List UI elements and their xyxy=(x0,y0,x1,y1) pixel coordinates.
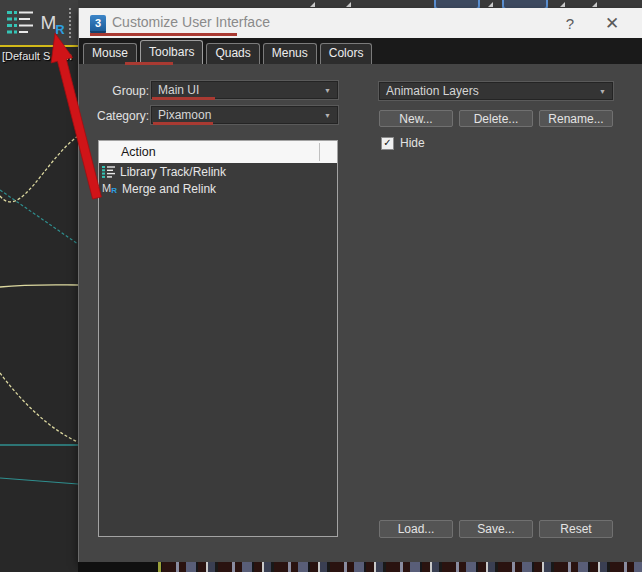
chevron-down-icon: ▼ xyxy=(324,112,331,119)
new-button[interactable]: New... xyxy=(379,110,453,127)
hide-checkbox-label: Hide xyxy=(400,136,425,150)
flyout-triangle-icon xyxy=(592,2,597,7)
annotation-underline-main-ui xyxy=(152,97,215,100)
screen: MR [Default Sdin 3 Customize User Inter xyxy=(0,0,642,572)
delete-button[interactable]: Delete... xyxy=(459,110,533,127)
tab-quads[interactable]: Quads xyxy=(206,43,259,64)
toolbar-select-dropdown[interactable]: Animation Layers ▼ xyxy=(379,82,613,100)
save-button[interactable]: Save... xyxy=(459,520,533,538)
annotation-underline-pixamoon xyxy=(153,122,213,125)
toolbar-separator xyxy=(69,8,71,38)
flyout-triangle-icon xyxy=(560,2,565,7)
load-button[interactable]: Load... xyxy=(379,520,453,538)
flyout-triangle-icon xyxy=(346,2,351,7)
mr-icon: MR xyxy=(40,13,65,33)
trackbar-blocks xyxy=(162,562,642,572)
chevron-down-icon: ▼ xyxy=(324,87,331,94)
category-label: Category: xyxy=(79,109,149,123)
toolbar-button-sliver xyxy=(502,0,548,8)
customize-ui-dialog: 3 Customize User Interface ? ✕ Mouse Too… xyxy=(78,8,642,562)
mr-icon-m: M xyxy=(102,183,111,194)
tab-toolbars[interactable]: Toolbars xyxy=(140,40,203,64)
column-separator xyxy=(319,143,320,161)
viewport-wireframe xyxy=(0,45,78,572)
list-item[interactable]: MR Merge and Relink xyxy=(99,180,337,197)
trackbar-accent xyxy=(158,562,161,572)
close-button[interactable]: ✕ xyxy=(601,12,623,34)
flyout-triangle-icon xyxy=(310,2,315,7)
toolbar-button-sliver xyxy=(434,0,480,8)
action-list-header: Action xyxy=(99,141,337,163)
mr-icon-r: R xyxy=(111,186,117,197)
mr-icon-m: M xyxy=(40,12,56,33)
tab-menus[interactable]: Menus xyxy=(263,43,317,64)
help-button[interactable]: ? xyxy=(559,12,581,34)
mr-icon: MR xyxy=(102,183,117,194)
library-track-icon xyxy=(102,165,115,178)
tab-colors[interactable]: Colors xyxy=(320,43,373,64)
mr-icon-r: R xyxy=(55,22,64,37)
action-label: Library Track/Relink xyxy=(120,165,226,179)
annotation-underline-title xyxy=(90,33,237,36)
tab-mouse[interactable]: Mouse xyxy=(83,43,137,64)
toolbar-sliver xyxy=(78,0,642,8)
chevron-down-icon: ▼ xyxy=(599,88,606,95)
library-track-icon xyxy=(7,9,33,35)
trackbar-sliver xyxy=(78,562,642,572)
hide-checkbox-row[interactable]: ✓ Hide xyxy=(381,136,425,150)
hide-checkbox[interactable]: ✓ xyxy=(381,137,394,150)
flyout-triangle-icon xyxy=(488,2,493,7)
action-label: Merge and Relink xyxy=(122,182,216,196)
dialog-title: Customize User Interface xyxy=(112,14,270,30)
category-dropdown-value: Pixamoon xyxy=(158,108,211,122)
group-label: Group: xyxy=(79,84,149,98)
action-list: Action Library Track/Relink MR xyxy=(98,140,338,537)
viewport[interactable]: [Default Sdin xyxy=(0,45,78,572)
app-icon: 3 xyxy=(90,15,106,34)
annotation-underline-toolbars-tab xyxy=(125,62,173,65)
group-dropdown-value: Main UI xyxy=(158,83,199,97)
rename-button[interactable]: Rename... xyxy=(539,110,613,127)
action-column-header: Action xyxy=(121,145,156,159)
merge-relink-toolbar-button[interactable]: MR xyxy=(38,7,68,39)
toolbar-select-value: Animation Layers xyxy=(386,84,479,98)
list-item[interactable]: Library Track/Relink xyxy=(99,163,337,180)
dialog-tabstrip: Mouse Toolbars Quads Menus Colors xyxy=(79,38,642,64)
app-toolbar: MR xyxy=(0,0,78,45)
library-track-toolbar-button[interactable] xyxy=(5,6,35,38)
reset-button[interactable]: Reset xyxy=(539,520,613,538)
